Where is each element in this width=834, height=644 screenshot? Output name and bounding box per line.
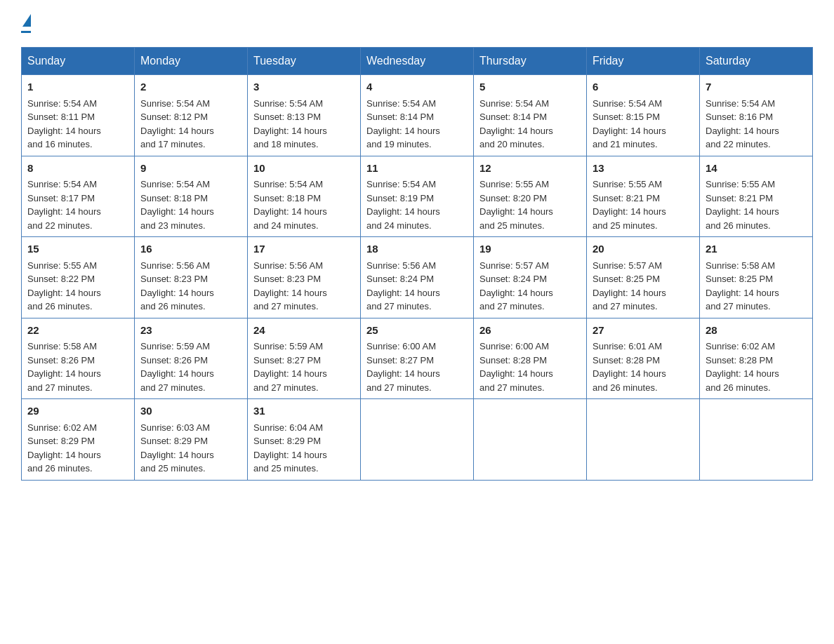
day-of-week-header: Tuesday <box>248 48 361 75</box>
day-number: 21 <box>706 241 807 257</box>
calendar-week-row: 8 Sunrise: 5:54 AMSunset: 8:17 PMDayligh… <box>22 156 813 237</box>
day-number: 30 <box>140 403 241 420</box>
day-info: Sunrise: 5:54 AMSunset: 8:16 PMDaylight:… <box>706 98 779 150</box>
day-info: Sunrise: 5:54 AMSunset: 8:17 PMDaylight:… <box>27 179 101 231</box>
day-number: 27 <box>593 323 694 339</box>
day-info: Sunrise: 6:03 AMSunset: 8:29 PMDaylight:… <box>140 422 214 474</box>
calendar-day-cell: 8 Sunrise: 5:54 AMSunset: 8:17 PMDayligh… <box>22 156 135 237</box>
day-info: Sunrise: 6:00 AMSunset: 8:27 PMDaylight:… <box>366 341 440 393</box>
calendar-week-row: 22 Sunrise: 5:58 AMSunset: 8:26 PMDaylig… <box>22 318 813 399</box>
day-info: Sunrise: 5:54 AMSunset: 8:15 PMDaylight:… <box>593 98 666 150</box>
day-number: 15 <box>27 241 128 257</box>
day-number: 9 <box>140 161 241 177</box>
day-number: 3 <box>253 79 355 95</box>
calendar-day-cell: 29 Sunrise: 6:02 AMSunset: 8:29 PMDaylig… <box>22 399 135 481</box>
calendar-day-cell <box>361 399 474 481</box>
day-number: 1 <box>27 79 128 95</box>
day-number: 25 <box>366 323 468 339</box>
day-info: Sunrise: 5:59 AMSunset: 8:26 PMDaylight:… <box>140 341 214 393</box>
logo <box>21 14 31 33</box>
calendar-day-cell: 15 Sunrise: 5:55 AMSunset: 8:22 PMDaylig… <box>22 237 135 318</box>
calendar-day-cell: 18 Sunrise: 5:56 AMSunset: 8:24 PMDaylig… <box>361 237 474 318</box>
day-info: Sunrise: 5:54 AMSunset: 8:18 PMDaylight:… <box>253 179 327 231</box>
calendar-day-cell: 1 Sunrise: 5:54 AMSunset: 8:11 PMDayligh… <box>22 75 135 156</box>
day-info: Sunrise: 5:54 AMSunset: 8:14 PMDaylight:… <box>479 98 553 150</box>
calendar-day-cell: 2 Sunrise: 5:54 AMSunset: 8:12 PMDayligh… <box>135 75 248 156</box>
calendar-day-cell: 24 Sunrise: 5:59 AMSunset: 8:27 PMDaylig… <box>248 318 361 399</box>
day-number: 24 <box>253 323 355 339</box>
calendar-day-cell: 23 Sunrise: 5:59 AMSunset: 8:26 PMDaylig… <box>135 318 248 399</box>
calendar-day-cell: 16 Sunrise: 5:56 AMSunset: 8:23 PMDaylig… <box>135 237 248 318</box>
page-header <box>21 14 813 33</box>
calendar-day-cell: 26 Sunrise: 6:00 AMSunset: 8:28 PMDaylig… <box>474 318 587 399</box>
calendar-day-cell <box>700 399 813 481</box>
calendar-day-cell: 22 Sunrise: 5:58 AMSunset: 8:26 PMDaylig… <box>22 318 135 399</box>
day-number: 28 <box>706 323 807 339</box>
day-number: 23 <box>140 323 241 339</box>
calendar-day-cell: 4 Sunrise: 5:54 AMSunset: 8:14 PMDayligh… <box>361 75 474 156</box>
calendar-week-row: 29 Sunrise: 6:02 AMSunset: 8:29 PMDaylig… <box>22 399 813 481</box>
day-number: 14 <box>706 161 807 177</box>
logo-triangle-icon <box>22 14 31 27</box>
calendar-day-cell: 11 Sunrise: 5:54 AMSunset: 8:19 PMDaylig… <box>361 156 474 237</box>
day-number: 18 <box>366 241 468 257</box>
calendar-table: SundayMondayTuesdayWednesdayThursdayFrid… <box>21 47 813 481</box>
calendar-day-cell: 9 Sunrise: 5:54 AMSunset: 8:18 PMDayligh… <box>135 156 248 237</box>
day-of-week-header: Saturday <box>700 48 813 75</box>
day-number: 26 <box>479 323 581 339</box>
day-number: 31 <box>253 403 355 420</box>
day-info: Sunrise: 5:54 AMSunset: 8:14 PMDaylight:… <box>366 98 440 150</box>
day-info: Sunrise: 5:55 AMSunset: 8:21 PMDaylight:… <box>706 179 779 231</box>
calendar-day-cell <box>587 399 700 481</box>
day-info: Sunrise: 6:02 AMSunset: 8:28 PMDaylight:… <box>706 341 779 393</box>
day-info: Sunrise: 5:57 AMSunset: 8:24 PMDaylight:… <box>479 260 553 312</box>
day-info: Sunrise: 5:56 AMSunset: 8:23 PMDaylight:… <box>253 260 327 312</box>
day-info: Sunrise: 6:00 AMSunset: 8:28 PMDaylight:… <box>479 341 553 393</box>
calendar-day-cell: 30 Sunrise: 6:03 AMSunset: 8:29 PMDaylig… <box>135 399 248 481</box>
calendar-day-cell: 19 Sunrise: 5:57 AMSunset: 8:24 PMDaylig… <box>474 237 587 318</box>
day-of-week-header: Friday <box>587 48 700 75</box>
day-number: 29 <box>27 403 128 420</box>
day-number: 4 <box>366 79 468 95</box>
day-of-week-header: Monday <box>135 48 248 75</box>
day-info: Sunrise: 5:54 AMSunset: 8:11 PMDaylight:… <box>27 98 101 150</box>
calendar-week-row: 1 Sunrise: 5:54 AMSunset: 8:11 PMDayligh… <box>22 75 813 156</box>
day-number: 22 <box>27 323 128 339</box>
day-number: 6 <box>593 79 694 95</box>
calendar-day-cell: 25 Sunrise: 6:00 AMSunset: 8:27 PMDaylig… <box>361 318 474 399</box>
calendar-day-cell <box>474 399 587 481</box>
calendar-day-cell: 31 Sunrise: 6:04 AMSunset: 8:29 PMDaylig… <box>248 399 361 481</box>
day-number: 7 <box>706 79 807 95</box>
day-info: Sunrise: 6:01 AMSunset: 8:28 PMDaylight:… <box>593 341 666 393</box>
day-number: 2 <box>140 79 241 95</box>
calendar-day-cell: 6 Sunrise: 5:54 AMSunset: 8:15 PMDayligh… <box>587 75 700 156</box>
calendar-day-cell: 28 Sunrise: 6:02 AMSunset: 8:28 PMDaylig… <box>700 318 813 399</box>
day-number: 16 <box>140 241 241 257</box>
day-info: Sunrise: 5:54 AMSunset: 8:19 PMDaylight:… <box>366 179 440 231</box>
day-number: 5 <box>479 79 581 95</box>
day-info: Sunrise: 5:58 AMSunset: 8:25 PMDaylight:… <box>706 260 779 312</box>
day-info: Sunrise: 5:54 AMSunset: 8:13 PMDaylight:… <box>253 98 327 150</box>
day-info: Sunrise: 6:02 AMSunset: 8:29 PMDaylight:… <box>27 422 101 474</box>
calendar-week-row: 15 Sunrise: 5:55 AMSunset: 8:22 PMDaylig… <box>22 237 813 318</box>
calendar-day-cell: 7 Sunrise: 5:54 AMSunset: 8:16 PMDayligh… <box>700 75 813 156</box>
day-info: Sunrise: 5:55 AMSunset: 8:20 PMDaylight:… <box>479 179 553 231</box>
day-of-week-header: Wednesday <box>361 48 474 75</box>
calendar-day-cell: 14 Sunrise: 5:55 AMSunset: 8:21 PMDaylig… <box>700 156 813 237</box>
day-info: Sunrise: 5:54 AMSunset: 8:12 PMDaylight:… <box>140 98 214 150</box>
day-info: Sunrise: 6:04 AMSunset: 8:29 PMDaylight:… <box>253 422 327 474</box>
calendar-day-cell: 13 Sunrise: 5:55 AMSunset: 8:21 PMDaylig… <box>587 156 700 237</box>
calendar-day-cell: 3 Sunrise: 5:54 AMSunset: 8:13 PMDayligh… <box>248 75 361 156</box>
day-number: 12 <box>479 161 581 177</box>
calendar-day-cell: 27 Sunrise: 6:01 AMSunset: 8:28 PMDaylig… <box>587 318 700 399</box>
day-of-week-header: Sunday <box>22 48 135 75</box>
day-info: Sunrise: 5:55 AMSunset: 8:21 PMDaylight:… <box>593 179 666 231</box>
calendar-day-cell: 21 Sunrise: 5:58 AMSunset: 8:25 PMDaylig… <box>700 237 813 318</box>
day-info: Sunrise: 5:56 AMSunset: 8:23 PMDaylight:… <box>140 260 214 312</box>
day-info: Sunrise: 5:54 AMSunset: 8:18 PMDaylight:… <box>140 179 214 231</box>
day-info: Sunrise: 5:57 AMSunset: 8:25 PMDaylight:… <box>593 260 666 312</box>
calendar-day-cell: 12 Sunrise: 5:55 AMSunset: 8:20 PMDaylig… <box>474 156 587 237</box>
day-info: Sunrise: 5:56 AMSunset: 8:24 PMDaylight:… <box>366 260 440 312</box>
calendar-header-row: SundayMondayTuesdayWednesdayThursdayFrid… <box>22 48 813 75</box>
logo-underline <box>21 31 31 33</box>
